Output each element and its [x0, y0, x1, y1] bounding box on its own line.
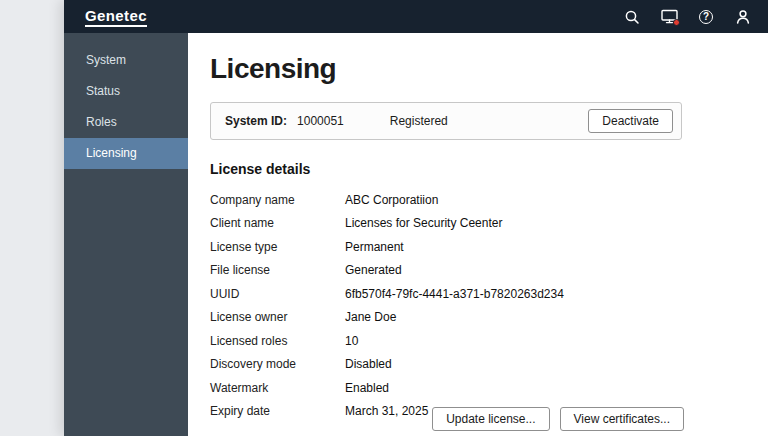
detail-label: License type — [210, 240, 345, 254]
help-glyph: ? — [699, 10, 713, 24]
license-detail-row: UUID 6fb570f4-79fc-4441-a371-b7820263d23… — [210, 282, 768, 306]
detail-value: ABC Corporatiion — [345, 193, 438, 207]
detail-label: Expiry date — [210, 404, 345, 418]
update-license-button[interactable]: Update license... — [432, 407, 549, 431]
sidebar: System Status Roles Licensing — [64, 33, 188, 436]
footer-actions: Update license... View certificates... — [432, 407, 684, 431]
license-detail-row: Watermark Enabled — [210, 376, 768, 400]
detail-label: Discovery mode — [210, 357, 345, 371]
license-details-heading: License details — [210, 161, 768, 177]
topbar-icons: ? — [623, 8, 752, 26]
view-certificates-button[interactable]: View certificates... — [560, 407, 684, 431]
app-body: System Status Roles Licensing Licensing … — [64, 33, 768, 436]
topbar: Genetec ? — [64, 0, 768, 33]
detail-value: Enabled — [345, 381, 389, 395]
system-id-label: System ID: — [225, 114, 287, 128]
detail-label: UUID — [210, 287, 345, 301]
detail-label: License owner — [210, 310, 345, 324]
registration-status: Registered — [390, 114, 448, 128]
detail-value: Licenses for Security Ceenter — [345, 216, 502, 230]
system-id-value: 1000051 — [297, 114, 344, 128]
detail-value: Permanent — [345, 240, 404, 254]
sidebar-item-system[interactable]: System — [64, 45, 188, 76]
detail-value: Jane Doe — [345, 310, 396, 324]
detail-label: Client name — [210, 216, 345, 230]
system-id-bar: System ID: 1000051 Registered Deactivate — [210, 102, 682, 140]
sidebar-item-status[interactable]: Status — [64, 76, 188, 107]
notifications-icon[interactable] — [660, 8, 678, 26]
detail-value: March 31, 2025 — [345, 404, 428, 418]
license-details-list: Company name ABC Corporatiion Client nam… — [210, 188, 768, 423]
detail-value: 10 — [345, 334, 358, 348]
sidebar-item-roles[interactable]: Roles — [64, 107, 188, 138]
license-detail-row: License owner Jane Doe — [210, 306, 768, 330]
detail-label: File license — [210, 263, 345, 277]
detail-label: Watermark — [210, 381, 345, 395]
sidebar-item-licensing[interactable]: Licensing — [64, 138, 188, 169]
license-detail-row: File license Generated — [210, 259, 768, 283]
license-detail-row: Company name ABC Corporatiion — [210, 188, 768, 212]
notification-badge — [673, 19, 680, 26]
detail-label: Company name — [210, 193, 345, 207]
deactivate-button[interactable]: Deactivate — [588, 109, 673, 133]
help-icon[interactable]: ? — [697, 8, 715, 26]
license-detail-row: Client name Licenses for Security Ceente… — [210, 212, 768, 236]
user-icon[interactable] — [734, 8, 752, 26]
license-detail-row: Discovery mode Disabled — [210, 353, 768, 377]
detail-value: Disabled — [345, 357, 392, 371]
detail-label: Licensed roles — [210, 334, 345, 348]
search-icon[interactable] — [623, 8, 641, 26]
genetec-logo: Genetec — [85, 7, 147, 27]
license-detail-row: Licensed roles 10 — [210, 329, 768, 353]
page-title: Licensing — [210, 53, 768, 85]
detail-value: 6fb570f4-79fc-4441-a371-b7820263d234 — [345, 287, 564, 301]
detail-value: Generated — [345, 263, 402, 277]
license-detail-row: License type Permanent — [210, 235, 768, 259]
main-content: Licensing System ID: 1000051 Registered … — [188, 33, 768, 436]
app-window: Genetec ? — [64, 0, 768, 436]
